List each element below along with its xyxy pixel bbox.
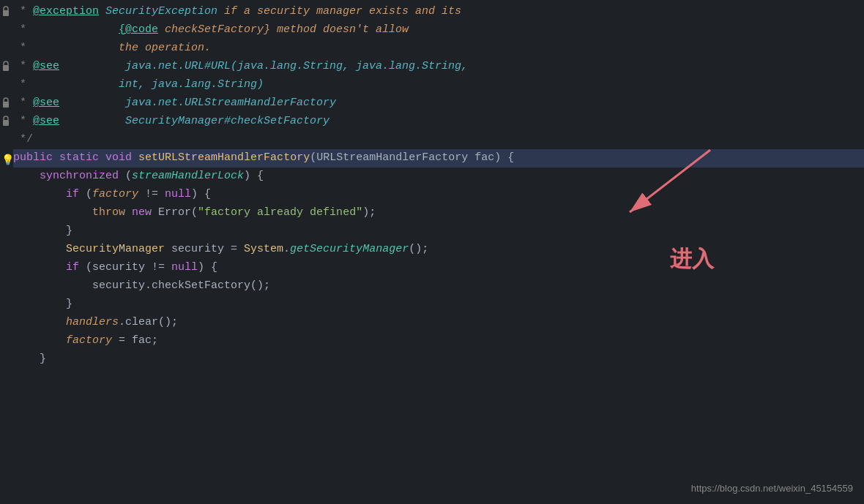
line-16-content: security.checkSetFactory(); <box>13 277 270 295</box>
gutter-lock-6 <box>1 97 10 114</box>
line-5-content: * int, java.lang.String) <box>13 76 264 94</box>
line-16: security.checkSetFactory(); <box>13 277 864 296</box>
line-10: synchronized (streamHandlerLock) { <box>13 168 864 186</box>
line-7: * @see SecurityManager#checkSetFactory <box>13 113 864 131</box>
gutter-lock-4 <box>1 60 10 78</box>
code-container: * @exception SecurityException if a secu… <box>0 0 864 504</box>
svg-rect-3 <box>3 120 9 126</box>
gutter-lock-1 <box>1 5 10 23</box>
line-13-content: } <box>13 222 72 240</box>
line-3-content: * the operation. <box>13 40 211 57</box>
line-2-content: * {@code checkSetFactory} method doesn't… <box>13 21 409 39</box>
line-15-content: if (security != null) { <box>13 259 217 277</box>
line-18-content: handlers.clear(); <box>13 314 178 331</box>
line-9-content: public static void setURLStreamHandlerFa… <box>13 149 514 167</box>
line-7-content: * @see SecurityManager#checkSetFactory <box>13 113 329 130</box>
gutter-lock-7 <box>1 115 10 132</box>
line-19-content: factory = fac; <box>13 332 158 350</box>
code-lines: * @exception SecurityException if a secu… <box>13 0 864 372</box>
line-12: throw new Error("factory already defined… <box>13 204 864 222</box>
line-14: SecurityManager security = System.getSec… <box>13 241 864 259</box>
line-13: } <box>13 222 864 241</box>
line-18: handlers.clear(); <box>13 314 864 332</box>
line-20: } <box>13 350 864 369</box>
line-11: if (factory != null) { <box>13 186 864 204</box>
svg-rect-0 <box>3 10 9 16</box>
line-6-content: * @see java.net.URLStreamHandlerFactory <box>13 94 336 112</box>
line-19: factory = fac; <box>13 332 864 350</box>
line-8: */ <box>13 131 864 149</box>
watermark: https://blog.csdn.net/weixin_45154559 <box>691 481 853 497</box>
line-4-content: * @see java.net.URL#URL(java.lang.String… <box>13 58 468 75</box>
line-20-content: } <box>13 350 46 368</box>
line-1-content: * @exception SecurityException if a secu… <box>13 3 461 20</box>
gutter-lightbulb-9: 💡 <box>1 152 14 170</box>
line-17-content: } <box>13 296 72 313</box>
svg-line-5 <box>630 150 710 212</box>
svg-rect-2 <box>3 102 9 108</box>
line-9: 💡 public static void setURLStreamHandler… <box>13 149 864 168</box>
line-4: * @see java.net.URL#URL(java.lang.String… <box>13 58 864 76</box>
line-5: * int, java.lang.String) <box>13 76 864 94</box>
annotation-chinese-text: 进入 <box>670 241 714 277</box>
line-12-content: throw new Error("factory already defined… <box>13 204 376 222</box>
svg-rect-1 <box>3 65 9 71</box>
line-8-content: */ <box>13 131 33 148</box>
line-15: if (security != null) { <box>13 259 864 277</box>
arrow-annotation <box>586 143 732 252</box>
line-10-content: synchronized (streamHandlerLock) { <box>13 168 264 185</box>
line-11-content: if (factory != null) { <box>13 186 211 203</box>
line-14-content: SecurityManager security = System.getSec… <box>13 241 428 258</box>
line-6: * @see java.net.URLStreamHandlerFactory <box>13 94 864 113</box>
line-17: } <box>13 296 864 314</box>
line-2: * {@code checkSetFactory} method doesn't… <box>13 21 864 40</box>
line-3: * the operation. <box>13 40 864 58</box>
line-1: * @exception SecurityException if a secu… <box>13 3 864 21</box>
